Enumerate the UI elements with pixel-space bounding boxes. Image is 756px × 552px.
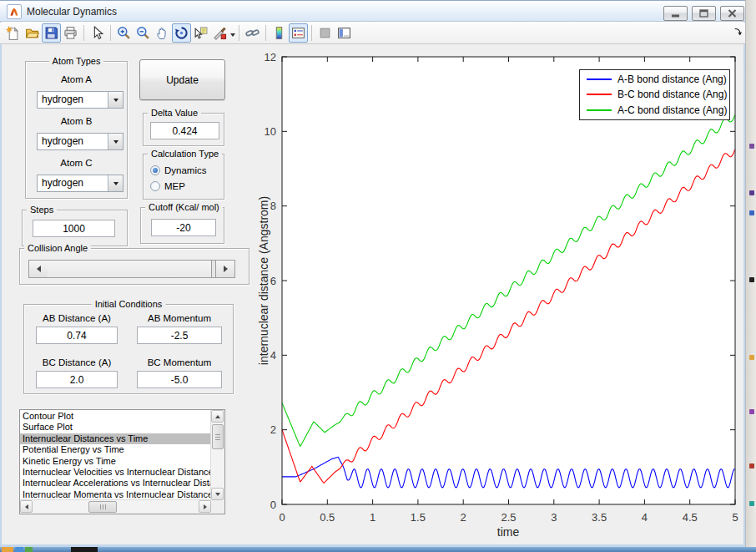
- cutoff-field[interactable]: [151, 219, 216, 236]
- list-item[interactable]: Internuclear Accelerations vs Internucle…: [20, 478, 211, 489]
- toolbar-separator: [311, 25, 312, 41]
- scroll-down-button[interactable]: [211, 488, 224, 500]
- list-item[interactable]: Internuclear Velocities vs Internuclear …: [20, 467, 211, 478]
- x-tick-label: 4.5: [683, 511, 698, 524]
- maximize-button[interactable]: [692, 6, 716, 21]
- hide-plot-tools-button[interactable]: [315, 23, 335, 43]
- insert-colorbar-button[interactable]: [270, 23, 289, 43]
- screen: Molecular Dynamics Atom Types Atom Ahydr…: [0, 0, 756, 552]
- minimize-button[interactable]: [663, 6, 688, 21]
- delta-value-panel: Delta Value: [143, 113, 224, 146]
- x-tick-label: 4: [642, 511, 648, 524]
- vertical-scroll-thumb[interactable]: [212, 424, 224, 449]
- data-cursor-button[interactable]: [191, 23, 210, 43]
- bc-distance-a-field[interactable]: [36, 371, 118, 388]
- zoom-in-button[interactable]: [114, 23, 134, 43]
- y-axis-label: internuclear distance (Angstrom): [257, 196, 270, 365]
- zoom-in-icon: [117, 26, 131, 40]
- link-plot-button[interactable]: [243, 23, 262, 43]
- plot-type-listbox[interactable]: Contour PlotSurface PlotInternuclear Dis…: [19, 409, 225, 514]
- new-figure-button[interactable]: [3, 23, 23, 43]
- radio-label: MEP: [164, 181, 185, 191]
- rotate-3d-button[interactable]: [172, 23, 191, 43]
- radio-mep[interactable]: MEP: [150, 181, 185, 191]
- radio-dynamics[interactable]: Dynamics: [150, 165, 206, 175]
- list-item[interactable]: Contour Plot: [20, 411, 211, 422]
- close-button[interactable]: [720, 6, 744, 21]
- y-tick-label: 0: [270, 499, 276, 511]
- plot-legend[interactable]: A-B bond distance (Ang)B-C bond distance…: [579, 69, 730, 120]
- ab-momentum-field[interactable]: [137, 327, 222, 344]
- pan-icon: [155, 26, 169, 40]
- toolbar-separator: [110, 25, 111, 41]
- horizontal-scroll-thumb[interactable]: [88, 501, 117, 513]
- x-tick-label: 2.5: [501, 511, 516, 524]
- delta-value-panel-title: Delta Value: [148, 108, 201, 118]
- steps-field[interactable]: [33, 220, 115, 237]
- open-file-button[interactable]: [23, 23, 42, 43]
- calculation-type-panel: Calculation Type DynamicsMEP: [143, 154, 224, 200]
- dock-figure-arrow-button[interactable]: [733, 26, 744, 38]
- zoom-out-button[interactable]: [134, 23, 153, 43]
- scroll-up-button[interactable]: [211, 410, 224, 423]
- list-item[interactable]: Surface Plot: [20, 422, 211, 433]
- calculation-type-panel-title: Calculation Type: [148, 149, 222, 159]
- delta-value-field[interactable]: [150, 122, 219, 139]
- edit-plot-button[interactable]: [88, 23, 107, 43]
- print-figure-button[interactable]: [61, 23, 80, 43]
- show-plot-tools-icon: [337, 26, 351, 40]
- legend-line-sample: [587, 109, 612, 111]
- listbox-horizontal-scrollbar[interactable]: [20, 499, 211, 514]
- show-plot-tools-button[interactable]: [335, 23, 354, 43]
- bc-momentum-field[interactable]: [137, 371, 222, 388]
- atom-b-dropdown[interactable]: hydrogen: [37, 133, 123, 150]
- list-item[interactable]: Internuclear Momenta vs Internuclear Dis…: [20, 489, 211, 500]
- scroll-left-button[interactable]: [20, 500, 33, 513]
- x-tick-label: 2: [461, 511, 466, 524]
- background-window-sliver: [745, 0, 756, 552]
- slider-right-arrow-button[interactable]: [215, 261, 234, 277]
- title-bar[interactable]: Molecular Dynamics: [0, 0, 745, 22]
- bc-momentum-label: BC Momentum: [131, 357, 228, 367]
- zoom-out-icon: [136, 26, 150, 40]
- scroll-right-button[interactable]: [199, 500, 211, 513]
- dropdown-caret-icon[interactable]: [230, 33, 235, 39]
- dropdown-arrow-button[interactable]: [108, 175, 123, 191]
- slider-left-arrow-button[interactable]: [29, 261, 48, 277]
- slider-thumb[interactable]: [48, 261, 212, 277]
- atom-a-label: Atom A: [26, 74, 127, 84]
- collision-angle-panel: Collision Angle: [19, 248, 249, 285]
- dropdown-arrow-button[interactable]: [108, 92, 123, 108]
- x-tick-label: 0.5: [320, 511, 335, 524]
- update-button[interactable]: Update: [139, 59, 225, 100]
- list-item[interactable]: Kinetic Energy vs Time: [20, 456, 211, 467]
- cutoff-panel: Cutoff (Kcal/ mol): [140, 207, 224, 244]
- chevron-down-icon: [113, 140, 118, 146]
- steps-panel-title: Steps: [27, 205, 57, 215]
- y-tick-label: 10: [265, 125, 276, 138]
- ab-distance-a-field[interactable]: [36, 327, 118, 344]
- save-figure-button[interactable]: [42, 23, 61, 43]
- collision-angle-panel-title: Collision Angle: [24, 243, 91, 253]
- atom-a-dropdown[interactable]: hydrogen: [37, 91, 123, 109]
- radio-label: Dynamics: [164, 165, 206, 175]
- dropdown-arrow-button[interactable]: [108, 134, 123, 149]
- atom-b-value: hydrogen: [38, 134, 108, 149]
- cutoff-panel-title: Cutoff (Kcal/ mol): [145, 202, 223, 212]
- insert-legend-button[interactable]: [289, 23, 308, 43]
- toolbar-separator: [239, 25, 239, 41]
- plot-axes[interactable]: 00.511.522.533.544.55024681012: [250, 47, 743, 548]
- save-figure-icon: [44, 26, 58, 40]
- window-title: Molecular Dynamics: [27, 6, 117, 18]
- radio-button-icon[interactable]: [150, 165, 160, 175]
- radio-button-icon[interactable]: [150, 181, 160, 191]
- brush-data-button[interactable]: [210, 23, 229, 43]
- list-item[interactable]: Potential Energy vs Time: [20, 444, 211, 455]
- atom-c-dropdown[interactable]: hydrogen: [37, 175, 123, 192]
- legend-entry-label: A-C bond distance (Ang): [617, 104, 727, 116]
- atom-a-value: hydrogen: [38, 92, 108, 108]
- list-item[interactable]: Internuclear Distances vs Time: [20, 433, 211, 444]
- collision-angle-slider[interactable]: [28, 260, 235, 278]
- listbox-vertical-scrollbar[interactable]: [210, 410, 224, 500]
- pan-button[interactable]: [153, 23, 172, 43]
